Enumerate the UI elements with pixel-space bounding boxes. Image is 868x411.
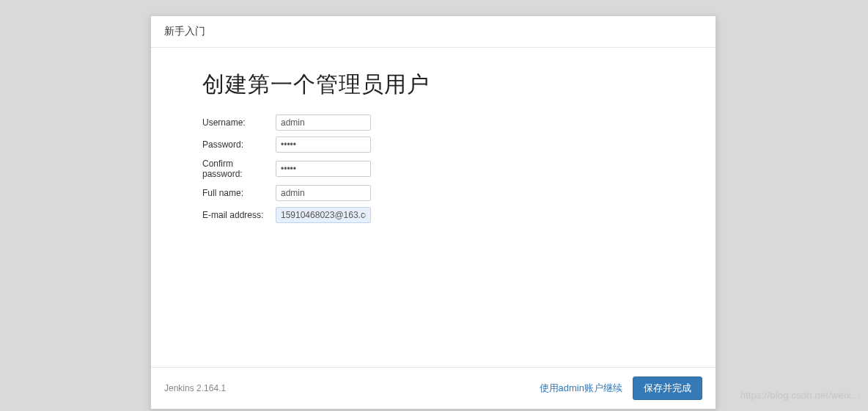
version-text: Jenkins 2.164.1 [164, 383, 226, 393]
page-title: 创建第一个管理员用户 [202, 70, 664, 100]
row-username: Username: [202, 114, 664, 131]
modal-title: 新手入门 [164, 25, 205, 37]
label-username: Username: [202, 117, 276, 128]
watermark-text: https://blog.csdn.net/weix… [740, 390, 861, 401]
row-email: E-mail address: [202, 207, 664, 223]
label-fullname: Full name: [202, 188, 276, 198]
row-fullname: Full name: [202, 185, 664, 201]
fullname-input[interactable] [276, 185, 371, 201]
username-input[interactable] [276, 114, 371, 131]
modal-body: 创建第一个管理员用户 Username: Password: Confirm p… [151, 48, 716, 367]
label-password: Password: [202, 139, 276, 150]
setup-modal: 新手入门 创建第一个管理员用户 Username: Password: Conf… [150, 15, 716, 410]
label-confirm: Confirm password: [202, 159, 276, 179]
row-password: Password: [202, 137, 664, 153]
continue-as-admin-link[interactable]: 使用admin账户继续 [540, 382, 622, 395]
footer-actions: 使用admin账户继续 保存并完成 [540, 377, 702, 400]
password-input[interactable] [276, 137, 371, 153]
label-email: E-mail address: [202, 210, 276, 220]
row-confirm: Confirm password: [202, 159, 664, 179]
modal-footer: Jenkins 2.164.1 使用admin账户继续 保存并完成 [151, 367, 716, 409]
modal-header: 新手入门 [151, 16, 716, 48]
save-and-finish-button[interactable]: 保存并完成 [633, 377, 702, 400]
confirm-password-input[interactable] [276, 161, 371, 177]
email-input[interactable] [276, 207, 371, 223]
